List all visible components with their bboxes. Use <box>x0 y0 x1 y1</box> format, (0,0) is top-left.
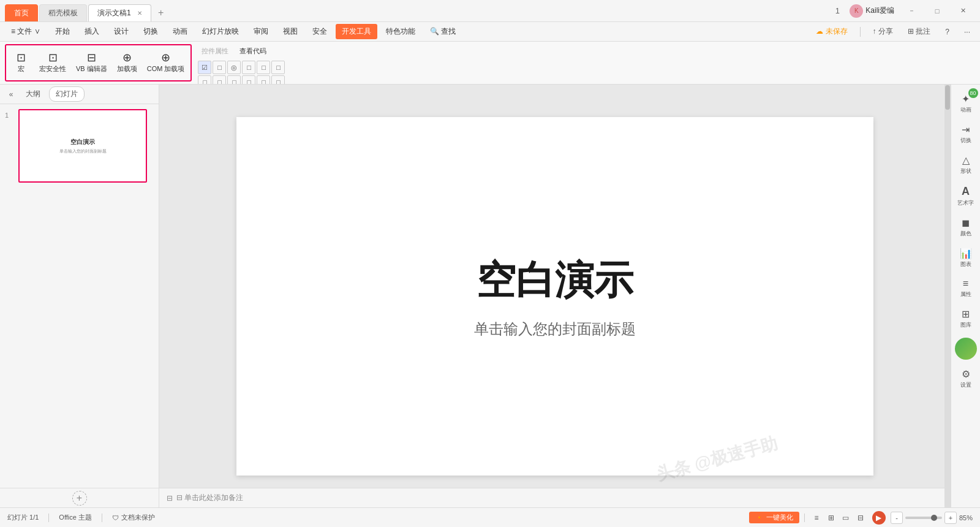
close-button[interactable]: ✕ <box>951 2 975 20</box>
tab-area: 首页 稻壳模板 演示文稿1 ✕ + <box>5 0 170 21</box>
menu-review[interactable]: 审阅 <box>247 24 274 39</box>
menu-insert[interactable]: 插入 <box>78 24 105 39</box>
menu-slideshow[interactable]: 幻灯片放映 <box>196 24 245 39</box>
zoom-slider[interactable] <box>905 517 942 519</box>
review-button[interactable]: ⊞ 批注 <box>903 25 935 39</box>
ribbon-addins-button[interactable]: ⊕ 加载项 <box>113 50 141 76</box>
properties-label: 属性 <box>960 290 971 298</box>
ribbon-controls-items: 控件属性 查看代码 ☑ □ ◎ □ □ □ □ □ □ □ <box>198 44 285 85</box>
slide-thumb-1[interactable]: 空白演示 单击输入您的封面副标题 <box>18 109 147 183</box>
tab-home[interactable]: 首页 <box>5 4 38 21</box>
save-status[interactable]: ☁ 未保存 <box>811 25 852 39</box>
check-item-5[interactable]: □ <box>257 61 270 74</box>
view-btn-notes[interactable]: ⊟ <box>854 511 867 525</box>
ribbon-macro-security-button[interactable]: ⊡ 宏安全性 <box>36 50 70 76</box>
addins-icon: ⊕ <box>123 52 132 63</box>
menu-special[interactable]: 特色功能 <box>380 24 421 39</box>
check-item-1[interactable]: ☑ <box>198 61 211 74</box>
tab-template[interactable]: 稻壳模板 <box>39 4 87 21</box>
ribbon-group-macro: ⊡ 宏 ⊡ 宏安全性 ⊟ VB 编辑器 ⊕ 加载项 ⊕ COM 加载项 <box>5 44 192 82</box>
notes-icon: ⊟ <box>167 494 173 502</box>
menu-devtools[interactable]: 开发工具 <box>336 24 377 39</box>
com-addins-icon: ⊕ <box>161 52 170 63</box>
ribbon-view-code-button[interactable]: 查看代码 <box>236 44 270 58</box>
collapse-button[interactable]: « <box>5 88 17 100</box>
animation-badge: 80 <box>968 88 978 98</box>
check-item-3[interactable]: ◎ <box>227 61 241 74</box>
check-item-9[interactable]: □ <box>227 75 241 85</box>
check-item-7[interactable]: □ <box>198 75 211 85</box>
office-theme: Office 主题 <box>59 513 92 522</box>
maximize-button[interactable]: □ <box>925 2 949 20</box>
ribbon-control-props-button[interactable]: 控件属性 <box>198 44 232 58</box>
file-menu[interactable]: ≡ 文件 ∨ <box>5 24 47 39</box>
menu-security[interactable]: 安全 <box>306 24 333 39</box>
slide-sub-title[interactable]: 单击输入您的封面副标题 <box>474 319 636 339</box>
check-item-10[interactable]: □ <box>242 75 255 85</box>
check-item-6[interactable]: □ <box>271 61 285 74</box>
notes-text: ⊟ 单击此处添加备注 <box>176 493 243 503</box>
minimize-button[interactable]: － <box>899 2 924 20</box>
menu-transition[interactable]: 切换 <box>137 24 164 39</box>
zoom-slider-thumb[interactable] <box>931 515 937 521</box>
right-panel-chart[interactable]: 📊 图表 <box>952 244 979 272</box>
protection-text: 文档未保护 <box>121 513 155 522</box>
ribbon-com-addins-button[interactable]: ⊕ COM 加载项 <box>143 50 189 76</box>
right-panel-color[interactable]: ◼ 颜色 <box>952 213 979 241</box>
right-panel-settings[interactable]: ⚙ 设置 <box>952 365 979 393</box>
zoom-out-button[interactable]: - <box>891 512 903 524</box>
chart-icon: 📊 <box>960 248 972 259</box>
right-panel-art-text[interactable]: A 艺术字 <box>952 181 979 211</box>
check-item-12[interactable]: □ <box>271 75 285 85</box>
scrollbar-thumb[interactable] <box>945 85 950 110</box>
check-item-2[interactable]: □ <box>213 61 226 74</box>
vb-editor-icon: ⊟ <box>87 52 96 63</box>
addins-label: 加载项 <box>117 64 137 74</box>
chart-label: 图表 <box>960 260 971 268</box>
more-button[interactable]: ··· <box>959 26 975 38</box>
notes-bar[interactable]: ⊟ ⊟ 单击此处添加备注 <box>159 488 944 507</box>
check-item-11[interactable]: □ <box>257 75 270 85</box>
beautify-text: 一键美化 <box>766 513 793 522</box>
panel-tab-slides[interactable]: 幻灯片 <box>49 86 85 102</box>
slide-main-title[interactable]: 空白演示 <box>477 254 633 307</box>
add-slide-button[interactable]: + <box>72 491 87 506</box>
library-label: 图库 <box>960 321 971 329</box>
user-badge[interactable]: K Kaili爱编 <box>850 4 894 18</box>
menu-view[interactable]: 视图 <box>277 24 304 39</box>
tab-doc-close[interactable]: ✕ <box>137 10 142 17</box>
menu-start[interactable]: 开始 <box>49 24 76 39</box>
panel-tab-outline[interactable]: 大纲 <box>20 87 47 101</box>
right-panel-properties[interactable]: ≡ 属性 <box>952 275 979 302</box>
ribbon-macro-button[interactable]: ⊡ 宏 <box>9 50 33 76</box>
tab-add-button[interactable]: + <box>153 4 170 21</box>
color-icon: ◼ <box>962 217 970 229</box>
view-btn-grid[interactable]: ⊞ <box>824 511 838 525</box>
menu-animation[interactable]: 动画 <box>167 24 194 39</box>
slide-item-1[interactable]: 1 空白演示 单击输入您的封面副标题 <box>5 109 154 183</box>
canvas-area[interactable]: 空白演示 单击输入您的封面副标题 ⊟ ⊟ 单击此处添加备注 头条 @极速手助 <box>159 85 951 507</box>
right-panel-green-button[interactable] <box>955 338 977 360</box>
check-item-8[interactable]: □ <box>213 75 226 85</box>
check-item-4[interactable]: □ <box>242 61 255 74</box>
view-btn-slide[interactable]: ▭ <box>839 511 853 525</box>
doc-protection: 🛡 文档未保护 <box>112 513 155 522</box>
zoom-in-button[interactable]: + <box>944 512 957 524</box>
beautify-button[interactable]: 🔸 一键美化 <box>749 512 799 523</box>
tab-home-label: 首页 <box>14 8 29 18</box>
slide-canvas[interactable]: 空白演示 单击输入您的封面副标题 <box>236 117 873 476</box>
menu-design[interactable]: 设计 <box>108 24 135 39</box>
ribbon: ⊡ 宏 ⊡ 宏安全性 ⊟ VB 编辑器 ⊕ 加载项 ⊕ COM 加载项 <box>0 42 980 85</box>
tab-doc[interactable]: 演示文稿1 ✕ <box>88 4 151 21</box>
right-panel-transition[interactable]: ⇥ 切换 <box>952 120 979 148</box>
play-button[interactable]: ▶ <box>872 511 886 525</box>
share-button[interactable]: ↑ 分享 <box>868 25 898 39</box>
view-btn-list[interactable]: ≡ <box>810 511 823 525</box>
right-panel-library[interactable]: ⊞ 图库 <box>952 305 979 333</box>
menu-search[interactable]: 🔍 查找 <box>424 24 462 39</box>
ribbon-vb-editor-button[interactable]: ⊟ VB 编辑器 <box>72 50 111 76</box>
tab-doc-label: 演示文稿1 <box>97 8 131 18</box>
scrollbar-vertical[interactable] <box>944 85 951 507</box>
right-panel-shape[interactable]: △ 形状 <box>952 151 979 179</box>
help-button[interactable]: ? <box>940 26 954 38</box>
